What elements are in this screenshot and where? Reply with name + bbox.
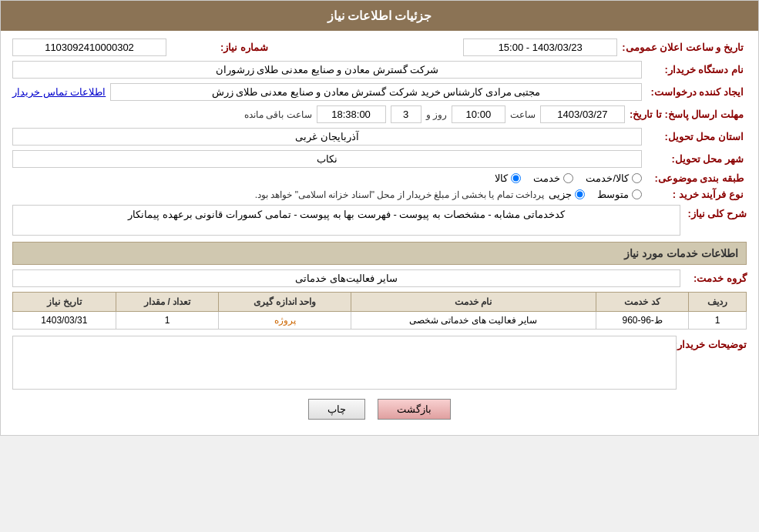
announce-date-label: تاریخ و ساعت اعلان عمومی: — [622, 42, 747, 53]
col-header-name: نام خدمت — [351, 293, 596, 312]
button-row: بازگشت چاپ — [12, 399, 747, 420]
contact-link[interactable]: اطلاعات تماس خریدار — [12, 86, 106, 98]
deadline-time: 10:00 — [452, 105, 505, 123]
service-group-value: سایر فعالیت‌های خدماتی — [12, 269, 680, 287]
deadline-days-label: روز و — [426, 109, 447, 120]
delivery-province-value: آذربایجان غربی — [12, 128, 642, 146]
col-header-date: تاریخ نیاز — [13, 293, 116, 312]
delivery-city-label: شهر محل تحویل: — [646, 153, 747, 165]
delivery-city-value: نکاب — [12, 150, 642, 168]
purchase-type-label: نوع فرآیند خرید : — [646, 189, 747, 200]
deadline-time-label: ساعت — [510, 109, 536, 120]
buyer-notes-input[interactable] — [12, 336, 677, 390]
deadline-remaining-time: 18:38:00 — [317, 105, 386, 123]
buyer-org-value: شرکت گسترش معادن و صنایع معدنی طلای زرشو… — [12, 61, 642, 79]
deadline-remaining-label: ساعت باقی مانده — [244, 109, 312, 120]
category-option-kala-khadamat[interactable]: کالا/خدمت — [586, 172, 642, 184]
back-button[interactable]: بازگشت — [378, 399, 451, 420]
purchase-option-motavasset[interactable]: متوسط — [597, 189, 642, 200]
deadline-date: 1403/03/27 — [540, 105, 625, 123]
buyer-notes-label: توضیحات خریدار: — [681, 336, 747, 350]
col-header-row: ردیف — [689, 293, 747, 312]
category-label: طبقه بندی موضوعی: — [646, 172, 747, 184]
buyer-org-label: نام دستگاه خریدار: — [646, 64, 747, 75]
need-description-label: شرح کلی نیاز: — [685, 205, 747, 219]
page-title: جزئیات اطلاعات نیاز — [1, 1, 758, 31]
table-row: 1ط-96-960سایر فعالیت های خدماتی شخصیپروژ… — [13, 312, 747, 330]
purchase-option-jozii[interactable]: جزیی — [549, 189, 585, 200]
category-radio-group: کالا/خدمت خدمت کالا — [495, 172, 642, 184]
need-number-label: شماره نیاز: — [171, 42, 271, 53]
need-number-value: 1103092410000302 — [12, 38, 166, 56]
print-button[interactable]: چاپ — [308, 399, 365, 420]
purchase-type-radio-group: متوسط جزیی — [549, 189, 642, 200]
requester-label: ایجاد کننده درخواست: — [646, 86, 747, 98]
col-header-qty: تعداد / مقدار — [116, 293, 219, 312]
purchase-note: پرداخت تمام یا بخشی از مبلغ خریدار از مح… — [255, 189, 544, 200]
send-deadline-label: مهلت ارسال پاسخ: تا تاریخ: — [630, 109, 747, 120]
announce-date-value: 1403/03/23 - 15:00 — [463, 38, 617, 56]
need-description-value: کدخدماتی مشابه - مشخصات به پیوست - فهرست… — [12, 205, 680, 236]
services-table: ردیف کد خدمت نام خدمت واحد اندازه گیری ت… — [12, 292, 747, 330]
delivery-province-label: استان محل تحویل: — [646, 131, 747, 142]
services-section-title: اطلاعات خدمات مورد نیاز — [12, 242, 747, 265]
col-header-code: کد خدمت — [596, 293, 688, 312]
requester-value: مجتبی مرادی کارشناس خرید شرکت گسترش معاد… — [110, 83, 642, 101]
deadline-days: 3 — [391, 105, 421, 123]
service-group-label: گروه خدمت: — [685, 273, 747, 284]
col-header-unit: واحد اندازه گیری — [219, 293, 351, 312]
category-option-khadamat[interactable]: خدمت — [533, 172, 573, 184]
category-option-kala[interactable]: کالا — [495, 172, 521, 184]
